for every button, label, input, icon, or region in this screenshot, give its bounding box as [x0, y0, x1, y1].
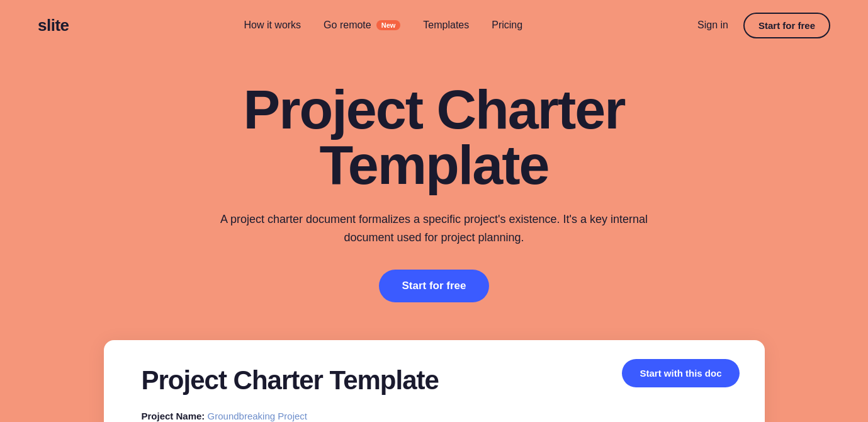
- navbar: slite How it works Go remote New Templat…: [0, 0, 868, 50]
- doc-field-label-project-name: Project Name:: [142, 411, 205, 421]
- doc-field-value-project-name[interactable]: Groundbreaking Project: [208, 411, 307, 421]
- nav-item-templates[interactable]: Templates: [423, 20, 469, 31]
- doc-fields-group1: Project Name: Groundbreaking Project Pro…: [142, 408, 727, 422]
- doc-card-container: Start with this doc Project Charter Temp…: [0, 328, 868, 422]
- signin-link[interactable]: Sign in: [697, 20, 728, 31]
- doc-card: Start with this doc Project Charter Temp…: [104, 340, 765, 422]
- nav-links: How it works Go remote New Templates Pri…: [244, 20, 522, 31]
- nav-link-go-remote[interactable]: Go remote New: [324, 20, 400, 31]
- nav-link-templates[interactable]: Templates: [423, 20, 469, 30]
- hero-title: Project Charter Template: [126, 82, 743, 193]
- start-free-button-hero[interactable]: Start for free: [379, 270, 488, 302]
- start-free-button-nav[interactable]: Start for free: [743, 13, 830, 38]
- new-badge: New: [376, 20, 401, 30]
- brand-logo[interactable]: slite: [38, 16, 69, 35]
- hero-section: Project Charter Template A project chart…: [0, 50, 868, 328]
- start-with-doc-button[interactable]: Start with this doc: [622, 359, 739, 387]
- navbar-actions: Sign in Start for free: [697, 13, 830, 38]
- hero-subtitle: A project charter document formalizes a …: [214, 210, 655, 247]
- doc-field-project-name: Project Name: Groundbreaking Project: [142, 408, 727, 422]
- nav-link-pricing[interactable]: Pricing: [492, 20, 522, 30]
- nav-item-pricing[interactable]: Pricing: [492, 20, 522, 31]
- nav-link-how-it-works[interactable]: How it works: [244, 20, 301, 30]
- nav-item-go-remote[interactable]: Go remote New: [324, 20, 400, 31]
- nav-item-how-it-works[interactable]: How it works: [244, 20, 301, 31]
